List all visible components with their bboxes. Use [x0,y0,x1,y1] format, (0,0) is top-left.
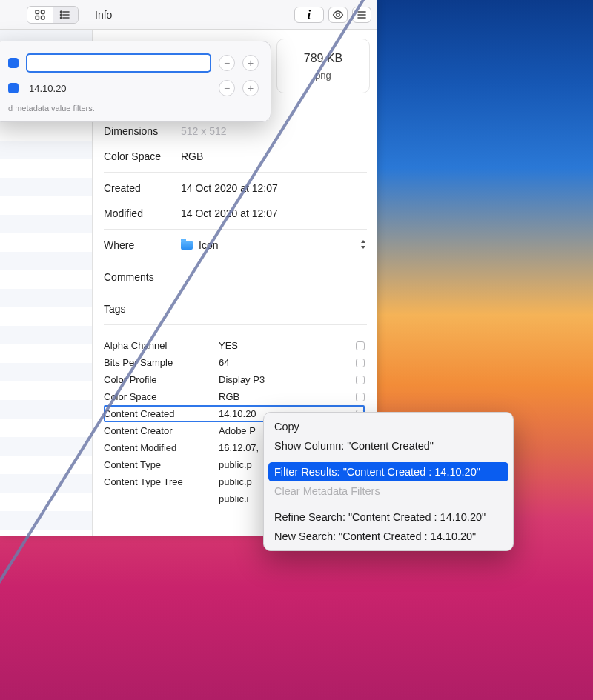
panel-justify-button[interactable] [352,7,371,23]
svg-rect-2 [36,16,39,19]
where-label: Where [104,239,181,251]
svg-rect-3 [42,16,45,19]
table-row[interactable]: Color ProfileDisplay P3 [104,371,365,388]
dimensions-label: Dimensions [104,125,181,137]
table-row[interactable]: Color SpaceRGB [104,388,365,405]
tags-label: Tags [104,303,181,315]
table-row[interactable]: Alpha ChannelYES [104,337,365,354]
view-list-button[interactable] [53,7,78,23]
view-segmented-control[interactable] [27,6,79,24]
modified-value: 14 Oct 2020 at 12:07 [181,207,367,219]
created-value: 14 Oct 2020 at 12:07 [181,182,367,194]
menu-copy[interactable]: Copy [264,417,513,436]
svg-rect-0 [36,10,39,14]
menu-divider [264,459,513,459]
table-row[interactable]: Bits Per Sample64 [104,354,365,371]
colorspace-value: RGB [181,150,367,162]
justify-icon [356,9,368,21]
file-kind-value: png [315,70,331,81]
where-folder-name: Icon [199,239,218,251]
panel-preview-button[interactable] [328,7,348,23]
panel-title: Info [95,9,112,21]
plus-button[interactable]: + [242,80,259,96]
context-menu: Copy Show Column: "Content Created" Filt… [263,412,514,551]
checkbox[interactable] [356,376,365,384]
list-icon [59,9,71,21]
created-label: Created [104,182,181,194]
menu-new-search[interactable]: New Search: "Content Created : 14.10.20" [264,527,513,546]
colorspace-label: Color Space [104,150,181,162]
menu-filter-results[interactable]: Filter Results: "Content Created : 14.10… [268,462,508,481]
menu-show-column[interactable]: Show Column: "Content Created" [264,436,513,456]
checkbox[interactable] [356,359,365,367]
toolbar: Info i [0,0,377,30]
menu-refine-search[interactable]: Refine Search: "Content Created : 14.10.… [264,507,513,527]
svg-point-9 [61,17,62,19]
filter-footer-hint: d metadata value filters. [8,104,259,113]
filter-chip-icon [8,58,19,68]
folder-icon [181,241,193,250]
menu-clear-filters: Clear Metadata Filters [264,481,513,501]
info-list: Dimensions512 x 512 Color SpaceRGB Creat… [104,119,367,328]
filter-chip-icon [8,83,19,93]
filter-popover: − + 14.10.20 − + d metadata value filter… [0,41,271,122]
dimensions-value: 512 x 512 [181,125,367,137]
minus-button[interactable]: − [219,55,235,71]
modified-label: Modified [104,207,181,219]
plus-button[interactable]: + [242,55,259,71]
eye-icon [332,9,344,21]
file-size-value: 789 KB [304,52,342,65]
minus-button[interactable]: − [219,80,235,96]
file-size-box: 789 KB png [276,39,370,93]
menu-divider [264,504,513,504]
comments-label: Comments [104,271,181,283]
grid-icon [34,9,46,21]
view-grid-button[interactable] [27,7,53,23]
svg-rect-1 [42,10,45,14]
panel-info-button[interactable]: i [294,7,324,23]
svg-point-10 [337,13,339,16]
checkbox[interactable] [356,393,365,401]
filter-value-text: 14.10.20 [26,83,211,94]
where-value[interactable]: Icon [181,239,367,251]
filter-value-input[interactable] [26,53,211,73]
updown-icon[interactable] [360,239,367,251]
svg-point-8 [61,14,62,16]
checkbox[interactable] [356,341,365,350]
svg-point-7 [61,11,62,13]
